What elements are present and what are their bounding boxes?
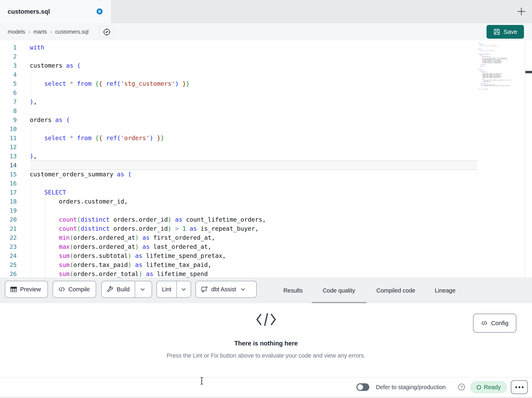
line-number: 10	[0, 125, 30, 134]
line-number: 26	[0, 270, 30, 277]
breadcrumb-item-models[interactable]: models	[8, 29, 25, 35]
line-number: 17	[0, 188, 30, 197]
code-line-5[interactable]: 5 select * from {{ ref('stg_customers') …	[0, 79, 523, 88]
code-line-21[interactable]: 21 count(distinct orders.order_id) > 1 a…	[0, 224, 523, 233]
line-number: 15	[0, 170, 30, 179]
compile-button-label: Compile	[68, 286, 90, 293]
code-line-4[interactable]: 4	[0, 70, 523, 79]
tab-lineage[interactable]: Lineage	[430, 278, 460, 303]
line-number: 13	[0, 152, 30, 161]
code-line-18[interactable]: 18 orders.customer_id,	[0, 197, 523, 206]
code-area[interactable]: 1with23customers as (45 select * from {{…	[0, 40, 532, 277]
line-number: 2	[0, 52, 30, 61]
defer-toggle[interactable]	[356, 383, 369, 391]
line-number: 16	[0, 179, 30, 188]
code-icon	[58, 287, 65, 292]
config-button[interactable]: Config	[473, 314, 516, 333]
breadcrumb-item-marts[interactable]: marts	[33, 29, 47, 35]
minimap[interactable]: withcustomers as ( select * from {{ ref(…	[479, 42, 524, 90]
code-line-7[interactable]: 7),	[0, 97, 523, 106]
code-line-10[interactable]: 10	[0, 124, 523, 133]
unsaved-changes-dot-icon	[96, 8, 103, 14]
tab-compiled-code[interactable]: Compiled code	[368, 278, 423, 303]
line-number: 21	[0, 224, 30, 233]
code-line-16[interactable]: 16	[0, 179, 523, 188]
build-dropdown-toggle[interactable]	[135, 281, 150, 297]
line-number: 3	[0, 61, 30, 70]
tab-results[interactable]: Results	[278, 278, 308, 303]
overview-scroll-thumb[interactable]	[525, 71, 532, 73]
file-tab-title: customers.sql	[8, 0, 50, 23]
window-bottom-edge	[0, 397, 532, 398]
line-number: 19	[0, 206, 30, 215]
line-number: 11	[0, 134, 30, 143]
wrench-icon	[107, 286, 114, 293]
ready-status-icon	[477, 385, 481, 390]
new-tab-button[interactable]	[515, 5, 528, 18]
code-quality-panel: There is nothing here Press the Lint or …	[0, 303, 532, 377]
more-options-button[interactable]	[511, 380, 528, 394]
line-number: 23	[0, 242, 30, 251]
code-line-20[interactable]: 20 count(distinct orders.order_id) as co…	[0, 215, 523, 224]
breadcrumb-separator: ›	[28, 29, 30, 35]
code-empty-state-icon	[255, 312, 277, 327]
save-button[interactable]: Save	[487, 25, 524, 39]
code-line-3[interactable]: 3customers as (	[0, 61, 523, 70]
ellipsis-icon	[522, 386, 524, 388]
tab-code-quality[interactable]: Code quality	[311, 278, 366, 303]
code-line-24[interactable]: 24 sum(orders.subtotal) as lifetime_spen…	[0, 251, 523, 260]
code-line-19[interactable]: 19	[0, 206, 523, 215]
build-button-label: Build	[117, 286, 130, 293]
code-line-12[interactable]: 12	[0, 143, 523, 152]
breadcrumb-bar: models › marts › customers.sql Save	[0, 23, 532, 40]
code-line-11[interactable]: 11 select * from {{ ref('orders') }}	[0, 133, 523, 143]
compass-icon	[103, 28, 111, 36]
lint-dropdown-toggle[interactable]	[176, 281, 191, 297]
chevron-down-icon	[241, 288, 245, 291]
lint-button-label: Lint	[162, 286, 171, 293]
chevron-down-icon	[181, 288, 186, 291]
help-icon[interactable]: ?	[458, 384, 465, 390]
empty-state-subtitle: Press the Lint or Fix button above to ev…	[0, 352, 532, 359]
status-badge-ready: Ready	[470, 381, 507, 393]
file-tab-customers-sql[interactable]: customers.sql	[0, 0, 111, 23]
code-line-14[interactable]: 14	[0, 161, 523, 170]
code-line-9[interactable]: 9orders as (	[0, 115, 523, 124]
code-line-23[interactable]: 23 max(orders.ordered_at) as last_ordere…	[0, 242, 523, 251]
code-line-2[interactable]: 2	[0, 52, 523, 61]
action-toolbar: Preview Compile Build	[0, 277, 532, 303]
editor-tab-strip: customers.sql	[0, 0, 532, 23]
line-number: 18	[0, 197, 30, 206]
code-line-25[interactable]: 25 sum(orders.tax_paid) as lifetime_tax_…	[0, 260, 523, 269]
code-line-22[interactable]: 22 min(orders.ordered_at) as first_order…	[0, 233, 523, 242]
code-line-1[interactable]: 1with	[0, 43, 523, 52]
save-button-label: Save	[503, 28, 517, 35]
code-line-13[interactable]: 13),	[0, 152, 523, 161]
line-number: 1	[0, 43, 30, 52]
code-line-6[interactable]: 6	[0, 88, 523, 97]
ellipsis-icon	[519, 386, 520, 388]
code-line-26[interactable]: 26 sum(orders.order_total) as lifetime_s…	[0, 269, 523, 277]
dbt-assist-button[interactable]: dbt Assist	[196, 281, 257, 298]
chevron-down-icon	[140, 288, 145, 291]
explore-lineage-button[interactable]	[99, 26, 115, 38]
preview-button-label: Preview	[20, 286, 41, 293]
breadcrumb: models › marts › customers.sql	[8, 23, 89, 40]
toggle-knob	[357, 384, 363, 390]
code-line-8[interactable]: 8	[0, 106, 523, 115]
save-floppy-icon	[493, 28, 500, 35]
code-line-15[interactable]: 15customer_orders_summary as (	[0, 170, 523, 179]
defer-label: Defer to staging/production	[376, 378, 446, 397]
preview-button[interactable]: Preview	[5, 281, 48, 298]
code-editor[interactable]: 1with23customers as (45 select * from {{…	[0, 40, 532, 277]
line-number: 8	[0, 106, 30, 116]
build-button[interactable]: Build	[101, 281, 152, 298]
lint-button[interactable]: Lint	[157, 281, 191, 298]
code-line-17[interactable]: 17 SELECT	[0, 188, 523, 197]
line-number: 5	[0, 79, 30, 88]
sparkle-chat-icon	[201, 286, 208, 293]
plus-icon	[517, 7, 526, 16]
compile-button[interactable]: Compile	[53, 281, 96, 298]
breadcrumb-separator: ›	[50, 29, 52, 35]
status-bar: Defer to staging/production ? Ready	[0, 377, 532, 397]
